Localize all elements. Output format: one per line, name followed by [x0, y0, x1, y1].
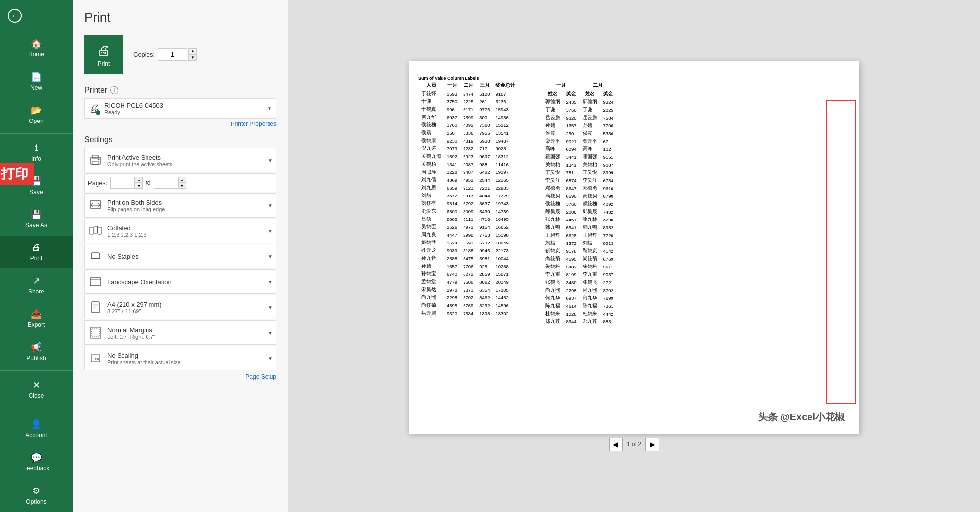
print-what-icon — [88, 152, 103, 168]
sidebar-item-publish[interactable]: 📢 Publish — [0, 335, 73, 368]
table-cell: 883 — [600, 318, 616, 326]
pages-from-input[interactable] — [110, 177, 135, 189]
sidebar-item-save-label: Save — [29, 189, 43, 195]
sidebar-item-new-label: New — [30, 84, 42, 91]
print-what-main: Print Active Sheets — [107, 154, 264, 161]
setting-orientation[interactable]: Landscape Orientation ▼ — [84, 269, 276, 294]
table-cell: 7360 — [476, 122, 492, 129]
pages-row: Pages: ▲ ▼ to ▲ ▼ — [84, 173, 276, 192]
setting-margins[interactable]: Normal Margins Left: 0.7" Right: 0.7" ▼ — [84, 320, 276, 345]
pages-to-up[interactable]: ▲ — [178, 177, 186, 183]
table-cell: 李昊洋 — [580, 177, 600, 185]
table-cell: 尚九熙 — [580, 287, 600, 294]
sidebar-item-new[interactable]: 📄 New — [0, 65, 73, 98]
table-row: 王碧辉6628王碧辉7720 — [542, 232, 616, 240]
table-row: 史爱东63003009543014739 — [418, 208, 518, 216]
pages-from-up[interactable]: ▲ — [135, 177, 143, 183]
table-cell: 张鹤飞 — [542, 279, 563, 287]
table-cell: 3593 — [460, 239, 476, 247]
collate-icon — [88, 223, 103, 239]
table-cell: 2474 — [460, 90, 476, 98]
sidebar-item-print[interactable]: 🖨 Print — [0, 236, 73, 268]
table-cell: 8952 — [600, 224, 616, 232]
printer-row[interactable]: 🖨 RICOH PCL6 C4503 Ready ▼ — [84, 98, 276, 119]
copies-control: Copies: ▲ ▼ — [133, 48, 197, 61]
printer-properties-link[interactable]: Printer Properties — [84, 121, 276, 127]
setting-print-what[interactable]: Print Active Sheets Only print the activ… — [84, 148, 276, 172]
next-page-button[interactable]: ▶ — [645, 438, 659, 451]
table-cell: 9087 — [600, 161, 616, 169]
sidebar-item-save-as[interactable]: 💾 Save As — [0, 202, 73, 236]
sidebar-item-feedback[interactable]: 💬 Feedback — [0, 445, 73, 479]
pages-from-down[interactable]: ▼ — [135, 183, 143, 189]
sidebar-item-share[interactable]: ↗ Share — [0, 268, 73, 302]
setting-staple[interactable]: No Staples ▼ — [84, 244, 276, 268]
back-button[interactable]: ← — [0, 0, 73, 31]
table-cell: 关鹤柏 — [542, 161, 563, 169]
sidebar-item-options[interactable]: ⚙ Options — [0, 479, 73, 512]
duplex-text: Print on Both Sides Flip pages on long e… — [107, 199, 264, 212]
table-cell: 18312 — [492, 153, 518, 161]
table-cell: 996 — [444, 106, 460, 114]
collate-main: Collated — [107, 224, 264, 232]
table-cell: 2526 — [444, 223, 460, 231]
table-row: 关鹤九海16926923969718312 — [418, 153, 518, 161]
table-cell: 781 — [563, 169, 579, 177]
printer-info-icon[interactable]: i — [110, 86, 118, 94]
home-icon: 🏠 — [31, 38, 42, 49]
table-cell: 1657 — [444, 263, 460, 270]
right-col-0: 姓名 — [542, 90, 563, 98]
table-cell: 6272 — [460, 270, 476, 278]
table-cell: 宋昊然 — [418, 286, 444, 294]
table-cell: 郑九莲 — [580, 318, 600, 326]
table-cell: 3441 — [563, 153, 579, 161]
table-cell: 3188 — [460, 247, 476, 255]
table-row: 邓德勇8647邓德勇9610 — [542, 185, 616, 193]
scaling-text: No Scaling Print sheets at their actual … — [107, 352, 264, 365]
margins-arrow: ▼ — [268, 330, 273, 336]
print-button[interactable]: 🖨 Print — [84, 35, 123, 74]
setting-collate[interactable]: Collated 1,2,3 1,2,3 1,2,3 ▼ — [84, 219, 276, 243]
pages-to-input[interactable] — [154, 177, 178, 189]
table-cell: 10288 — [492, 263, 518, 270]
collate-sub: 1,2,3 1,2,3 1,2,3 — [107, 232, 264, 238]
table-cell: 邓德勇 — [542, 185, 563, 193]
copies-up-button[interactable]: ▲ — [188, 48, 197, 54]
table-row: 朱鹤松5402朱鹤松5611 — [542, 263, 616, 271]
table-cell: 6874 — [563, 177, 579, 185]
sidebar-item-export[interactable]: 📤 Export — [0, 302, 73, 335]
table-cell: 郭德纲 — [580, 98, 600, 106]
sidebar-item-close[interactable]: ✕ Close — [0, 373, 73, 406]
setting-paper-size[interactable]: A4 (210 x 297 mm) 8.27" x 11.69" ▼ — [84, 295, 276, 319]
table-cell: 郑九莲 — [542, 318, 563, 326]
right-col-2: 姓名 — [580, 90, 600, 98]
table-cell: 岳云鹏 — [542, 114, 563, 122]
table-row: 何九华6937何九华7699 — [542, 294, 616, 302]
setting-scaling[interactable]: 100 No Scaling Print sheets at their act… — [84, 346, 276, 370]
copies-input[interactable] — [158, 48, 187, 61]
sidebar-item-account[interactable]: 👤 Account — [0, 412, 73, 445]
page-setup-link[interactable]: Page Setup — [84, 373, 276, 380]
sidebar-item-feedback-label: Feedback — [24, 465, 49, 472]
table-cell: 2998 — [460, 231, 476, 239]
table-cell: 侯筱槐 — [542, 200, 563, 208]
table-cell: 3999 — [600, 169, 616, 177]
table-cell: 7584 — [600, 114, 616, 122]
sidebar-item-open-label: Open — [29, 118, 43, 124]
copies-down-button[interactable]: ▼ — [188, 54, 197, 61]
table-row: 陈九福4614陈九福7361 — [542, 302, 616, 310]
sidebar-item-home[interactable]: 🏠 Home — [0, 31, 73, 65]
sidebar-bottom: 👤 Account 💬 Feedback ⚙ Options — [0, 412, 73, 512]
table-cell: 6740 — [444, 270, 460, 278]
table-cell: 侯震 — [418, 129, 444, 137]
prev-page-button[interactable]: ◀ — [609, 438, 623, 451]
table-row: 侯筱槐37604092736015212 — [418, 122, 518, 129]
right-col-3: 奖金 — [600, 90, 616, 98]
setting-duplex[interactable]: Print on Both Sides Flip pages on long e… — [84, 193, 276, 218]
table-row: 尚九熙22983702846214462 — [418, 294, 518, 302]
pages-to-down[interactable]: ▼ — [178, 183, 186, 189]
table-cell: 4092 — [600, 200, 616, 208]
table-cell: 13541 — [492, 129, 518, 137]
sidebar-item-open[interactable]: 📂 Open — [0, 98, 73, 131]
collate-text: Collated 1,2,3 1,2,3 1,2,3 — [107, 224, 264, 238]
